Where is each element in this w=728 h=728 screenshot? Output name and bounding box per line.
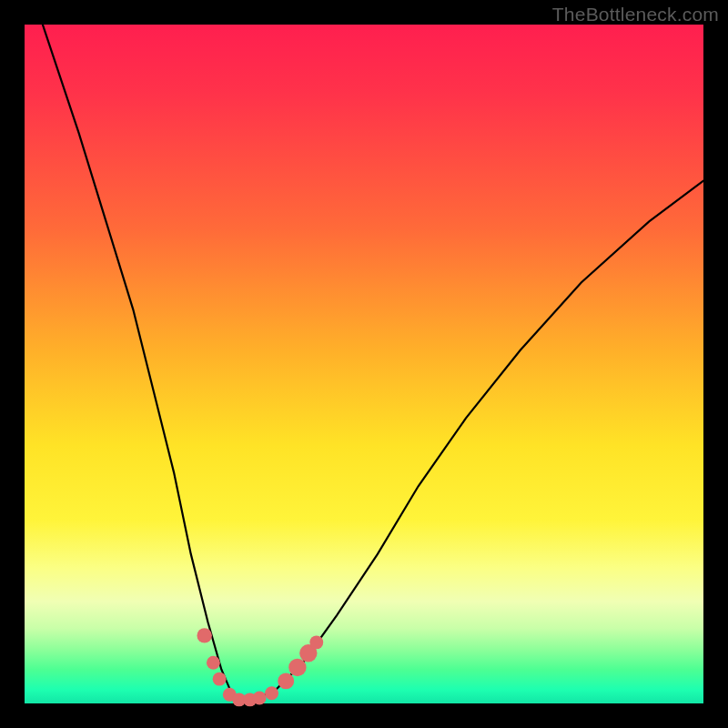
curve-marker — [309, 635, 323, 649]
chart-svg — [25, 25, 703, 703]
watermark-text: TheBottleneck.com — [552, 4, 719, 25]
bottleneck-curve — [25, 0, 703, 700]
chart-frame: TheBottleneck.com — [0, 0, 728, 728]
curve-markers — [197, 628, 323, 706]
curve-marker — [288, 659, 306, 676]
curve-marker — [278, 672, 294, 689]
curve-marker — [253, 692, 267, 705]
curve-marker — [207, 656, 220, 670]
plot-area — [25, 25, 703, 703]
curve-marker — [213, 672, 227, 686]
curve-marker — [265, 686, 278, 700]
curve-marker — [197, 628, 211, 642]
